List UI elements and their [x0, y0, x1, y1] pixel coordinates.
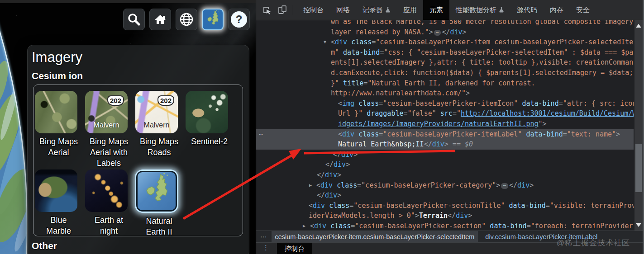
aerial-labels-thumbnail[interactable]: 202Malvern	[85, 91, 128, 133]
devtools-tab-1[interactable]: 控制台	[297, 0, 330, 20]
blue-marble-thumbnail[interactable]	[35, 169, 77, 212]
dom-tree-line[interactable]: ▼<div class="cesium-baseLayerPicker-item…	[256, 37, 634, 47]
imagery-item-blue-marble[interactable]: Blue Marble	[33, 169, 84, 237]
route-shield-label: 202	[157, 95, 174, 106]
imagery-item-bing-maps-roads[interactable]: 202MalvernBing Maps Roads	[134, 91, 184, 169]
devtools-tab-5[interactable]: 元素	[423, 0, 449, 20]
dom-tree-line[interactable]: </div>	[256, 170, 634, 180]
natural-earth-thumbnail[interactable]	[138, 172, 176, 210]
category-title-cesium-ion: Cesium ion	[32, 71, 83, 81]
devtools-tab-9[interactable]: 安全	[570, 0, 596, 20]
imagery-item-label: Earth at night	[95, 215, 123, 236]
imagery-item-label: Bing Maps Aerial with Labels	[90, 136, 128, 169]
question-icon: ?	[231, 11, 247, 28]
help-button[interactable]: ?	[228, 9, 250, 30]
tab-label: 记录器	[363, 6, 383, 14]
tab-label: 应用	[403, 6, 417, 14]
imagery-item-bing-maps-aerial[interactable]: Bing Maps Aerial	[33, 91, 84, 169]
devtools-tab-3[interactable]: 记录器	[356, 0, 397, 20]
tab-label: 控制台	[303, 6, 324, 14]
base-layer-picker-panel: Imagery Cesium ion Bing Maps Aerial202Ma…	[27, 45, 249, 254]
breadcrumb: cesium-baseLayerPicker-item.cesium-baseL…	[272, 231, 601, 243]
devtools-tab-2[interactable]: 网络	[330, 0, 356, 20]
roads-thumbnail[interactable]: 202Malvern	[135, 91, 178, 133]
breadcrumb-item-1[interactable]: cesium-baseLayerPicker-item.cesium-baseL…	[272, 231, 478, 243]
dom-tree-line[interactable]: http://www.naturalearthdata.com/">	[256, 88, 634, 99]
aerial-thumbnail[interactable]	[35, 91, 77, 133]
devtools-tab-4[interactable]: 应用	[397, 0, 423, 20]
drawer-menu-icon[interactable]: ⋮	[256, 243, 273, 254]
imagery-items-grid: Bing Maps Aerial202MalvernBing Maps Aeri…	[33, 85, 243, 236]
imagery-item-sentinel-2[interactable]: Sentinel-2	[184, 91, 234, 169]
dom-tree-line[interactable]: m" data-bind="css: { "cesium-baseLayerPi…	[256, 47, 634, 58]
device-toolbar-icon[interactable]	[277, 5, 287, 15]
dom-tree-line[interactable]: }" title="Natural Earth II, darkened for…	[256, 78, 634, 89]
devtools-tab-8[interactable]: 内存	[544, 0, 570, 20]
inspect-element-icon[interactable]	[262, 5, 272, 15]
map-city-label: Malvern	[85, 121, 128, 129]
dom-tree-line[interactable]: </div>	[256, 150, 634, 160]
devtools-panel: 控制台网络记录器应用元素性能数据分析源代码内存安全 wn as The Blac…	[256, 0, 644, 254]
imagery-item-label: Sentinel-2	[191, 136, 228, 147]
dom-tree-line[interactable]: iderViewModels.length > 0">Terrain</div>	[256, 211, 634, 221]
devtools-tabbar: 控制台网络记录器应用元素性能数据分析源代码内存安全	[256, 0, 644, 20]
scene-mode-button[interactable]	[176, 9, 197, 30]
imagery-item-natural-earth-ii[interactable]: Natural Earth II	[134, 169, 184, 237]
tabbar-divider	[293, 5, 293, 15]
route-shield-label: 202	[107, 95, 124, 106]
dom-tree-line[interactable]: ⋯<div class="cesium-baseLayerPicker-item…	[256, 129, 634, 140]
imagery-item-label: Natural Earth II	[146, 216, 172, 237]
home-icon	[153, 12, 167, 27]
elements-tree: wn as The Black Marble, is a 500 meter r…	[256, 17, 634, 231]
drawer-tab-console[interactable]: 控制台	[277, 243, 312, 254]
imagery-item-label: Blue Marble	[46, 215, 71, 236]
tab-label: 性能数据分析	[456, 6, 496, 14]
inline-expand-ellipsis-icon[interactable]: ⋯	[434, 30, 441, 36]
dom-tree-line[interactable]: ▶<div class="cesium-baseLayerPicker-cate…	[256, 180, 634, 191]
dom-tree-line[interactable]: </div>	[256, 160, 634, 170]
sentinel-thumbnail[interactable]	[186, 91, 228, 133]
search-icon	[127, 12, 141, 27]
tab-label: 安全	[576, 6, 590, 14]
dom-tree-line[interactable]: d.canExecute,click: function($data) { $p…	[256, 68, 634, 78]
cesium-toolbar: ?	[123, 9, 250, 30]
dom-tree-line[interactable]: idgets/Images/ImageryProviders/naturalEa…	[256, 119, 634, 129]
night-thumbnail[interactable]	[85, 169, 128, 212]
watermark: @稀土掘金技术社区	[557, 238, 630, 248]
scroll-up-icon[interactable]	[636, 24, 641, 28]
expand-arrow-open-icon[interactable]: ▼	[324, 37, 326, 47]
elements-scrollbar[interactable]	[634, 20, 643, 231]
tab-label: 源代码	[517, 6, 537, 14]
panel-title: Imagery	[32, 49, 82, 66]
imagery-item-bing-maps-aerial-with-labels[interactable]: 202MalvernBing Maps Aerial with Labels	[84, 91, 134, 169]
dom-tree-line[interactable]: ▶<div class="cesium-baseLayerPicker-sect…	[256, 221, 634, 231]
imagery-item-label: Bing Maps Roads	[140, 136, 178, 158]
expand-arrow-closed-icon[interactable]: ▶	[309, 180, 312, 191]
map-city-label: Malvern	[135, 121, 178, 129]
dom-tree-line[interactable]: <img class="cesium-baseLayerPicker-itemI…	[256, 99, 634, 109]
base-layer-picker-button[interactable]	[202, 9, 224, 30]
tab-label: 元素	[429, 6, 443, 14]
expand-arrow-closed-icon[interactable]: ▶	[303, 221, 305, 231]
search-button[interactable]	[123, 9, 145, 30]
natural-earth-thumbnail-icon	[203, 9, 223, 29]
dom-tree-line[interactable]: Url }" draggable="false" src="http://loc…	[256, 108, 634, 119]
scrollbar-thumb[interactable]	[635, 144, 642, 192]
tab-label: 网络	[336, 6, 350, 14]
globe-icon	[179, 12, 194, 27]
dom-tree-line[interactable]: Natural Earth&nbsp;II</div> == $0	[256, 139, 634, 150]
dom-tree-line[interactable]: <div class="cesium-baseLayerPicker-secti…	[256, 201, 634, 211]
devtools-tab-6[interactable]: 性能数据分析	[449, 0, 510, 20]
dom-tree-line[interactable]: </div>	[256, 190, 634, 201]
dom-tree-line[interactable]: ents[1].selectedImagery },attr: { title:…	[256, 57, 634, 68]
tab-label: 内存	[550, 6, 563, 14]
imagery-item-earth-at-night[interactable]: Earth at night	[84, 169, 134, 237]
devtools-tab-7[interactable]: 源代码	[510, 0, 544, 20]
inline-expand-ellipsis-icon[interactable]: ⋯	[501, 183, 508, 189]
dom-tree-line[interactable]: layer released by NASA.">⋯</div>	[256, 27, 634, 38]
home-button[interactable]	[149, 9, 171, 30]
breadcrumb-overflow-icon[interactable]: ⋯	[256, 233, 272, 240]
category-title-other: Other	[32, 240, 57, 251]
experiment-flask-icon	[385, 6, 391, 14]
scroll-down-icon[interactable]	[636, 223, 641, 227]
